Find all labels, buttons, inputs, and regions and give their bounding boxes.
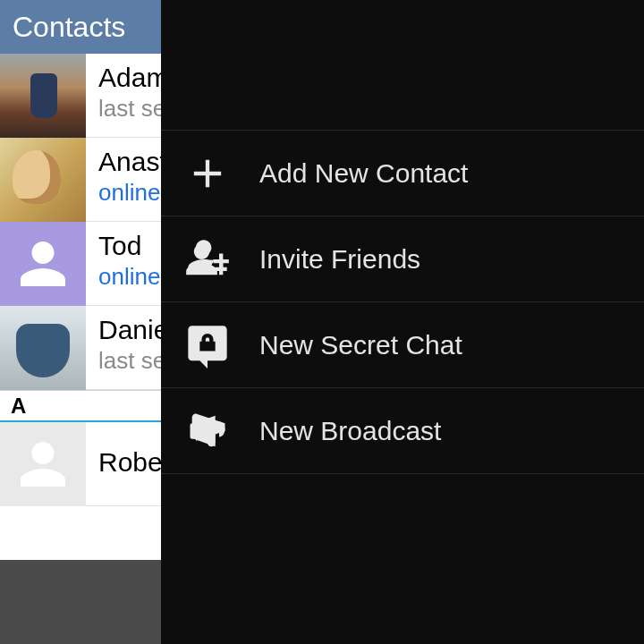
menu-item-invite-friends[interactable]: Invite Friends [161,216,644,302]
person-icon [16,437,70,491]
menu-spacer [161,0,644,131]
plus-icon [182,148,233,199]
person-add-icon [182,234,233,284]
page-title: Contacts [13,11,125,44]
lock-chat-icon [182,320,233,370]
avatar [0,222,86,306]
contact-status: online [98,263,160,291]
person-icon [16,237,70,291]
avatar [0,54,86,138]
avatar [0,306,86,390]
menu-item-label: Invite Friends [259,244,420,275]
menu-item-add-contact[interactable]: Add New Contact [161,131,644,216]
app-screen: Contacts Adam last seen Anastasia online… [0,0,644,644]
menu-item-broadcast[interactable]: New Broadcast [161,388,644,474]
avatar [0,138,86,222]
menu-item-label: New Broadcast [259,416,441,446]
contact-text: Tod online [86,222,160,291]
avatar [0,422,86,506]
megaphone-icon [182,406,233,456]
menu-item-secret-chat[interactable]: New Secret Chat [161,302,644,388]
action-menu: Add New Contact Invite Friends New Secre… [161,0,644,644]
contact-name: Tod [98,231,160,261]
menu-item-label: Add New Contact [259,158,468,189]
menu-item-label: New Secret Chat [259,330,462,360]
section-letter: A [11,394,26,419]
